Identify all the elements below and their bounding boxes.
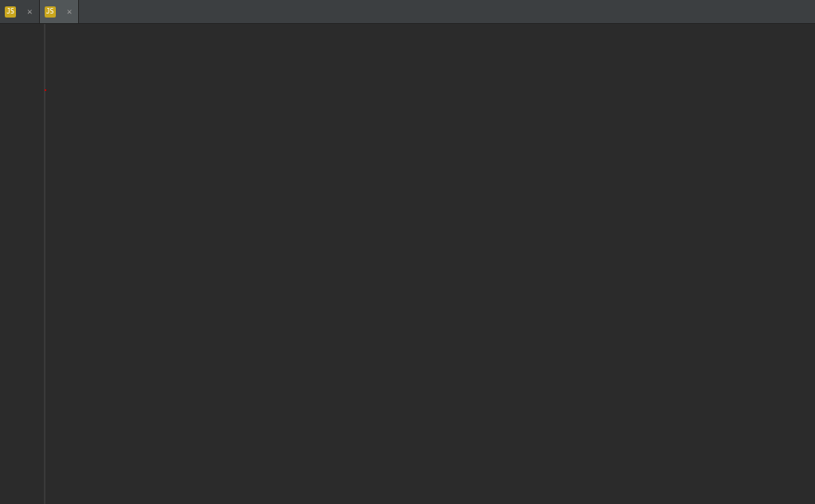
js-file-icon: JS [5,6,16,18]
js-file-icon: JS [45,6,56,18]
close-icon[interactable]: ✕ [27,6,33,17]
tab-httprequest-js[interactable]: JS ✕ [40,0,80,23]
line-number-gutter [0,24,32,504]
caret-line-highlight [45,74,815,89]
margin-guide [45,24,45,504]
editor[interactable] [0,24,815,504]
fold-column [32,24,45,504]
code-area[interactable] [45,24,815,504]
tab-config-js[interactable]: JS ✕ [0,0,40,23]
close-icon[interactable]: ✕ [67,6,73,17]
tab-bar: JS ✕ JS ✕ [0,0,815,24]
